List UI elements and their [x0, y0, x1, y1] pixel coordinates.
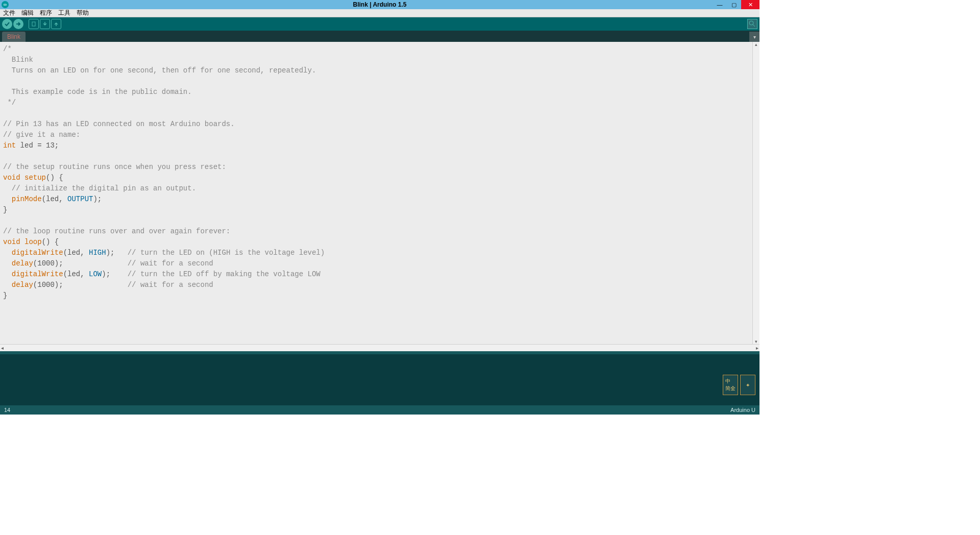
- menubar: 文件 编辑 程序 工具 帮助: [0, 9, 760, 17]
- new-button[interactable]: [29, 19, 39, 29]
- emblem-badge[interactable]: ✦: [740, 375, 755, 395]
- save-button[interactable]: [51, 19, 61, 29]
- status-board: Arduino U: [730, 407, 755, 413]
- menu-help[interactable]: 帮助: [75, 9, 91, 17]
- menu-sketch[interactable]: 程序: [38, 9, 54, 17]
- toolbar: [0, 17, 760, 31]
- statusbar: 14 Arduino U: [0, 405, 760, 415]
- open-button[interactable]: [40, 19, 50, 29]
- window-controls: — ▢ ✕: [713, 0, 760, 9]
- maximize-button[interactable]: ▢: [727, 0, 741, 9]
- horizontal-scrollbar[interactable]: ◂▸: [0, 344, 760, 351]
- menu-file[interactable]: 文件: [1, 9, 17, 17]
- titlebar: Blink | Arduino 1.5 — ▢ ✕: [0, 0, 760, 9]
- svg-rect-0: [32, 22, 35, 26]
- console-output: 中简全 ✦: [0, 354, 760, 405]
- verify-button[interactable]: [2, 19, 12, 29]
- upload-button[interactable]: [13, 19, 23, 29]
- tab-blink[interactable]: Blink: [2, 32, 26, 42]
- menu-tools[interactable]: 工具: [56, 9, 72, 17]
- window-title: Blink | Arduino 1.5: [353, 1, 407, 8]
- tab-dropdown-button[interactable]: ▾: [749, 32, 760, 42]
- vertical-scrollbar[interactable]: ▴ ▾: [752, 42, 760, 344]
- app-icon: [2, 1, 9, 8]
- svg-point-1: [749, 21, 753, 25]
- editor-area: /* Blink Turns on an LED on for one seco…: [0, 42, 760, 344]
- status-line-number: 14: [4, 407, 10, 413]
- close-button[interactable]: ✕: [741, 0, 760, 9]
- minimize-button[interactable]: —: [713, 0, 727, 9]
- menu-edit[interactable]: 编辑: [19, 9, 36, 17]
- tabbar: Blink ▾: [0, 31, 760, 42]
- serial-monitor-button[interactable]: [747, 19, 757, 29]
- tray-badges: 中简全 ✦: [723, 375, 755, 395]
- code-editor[interactable]: /* Blink Turns on an LED on for one seco…: [0, 42, 752, 344]
- ime-badge[interactable]: 中简全: [723, 375, 738, 395]
